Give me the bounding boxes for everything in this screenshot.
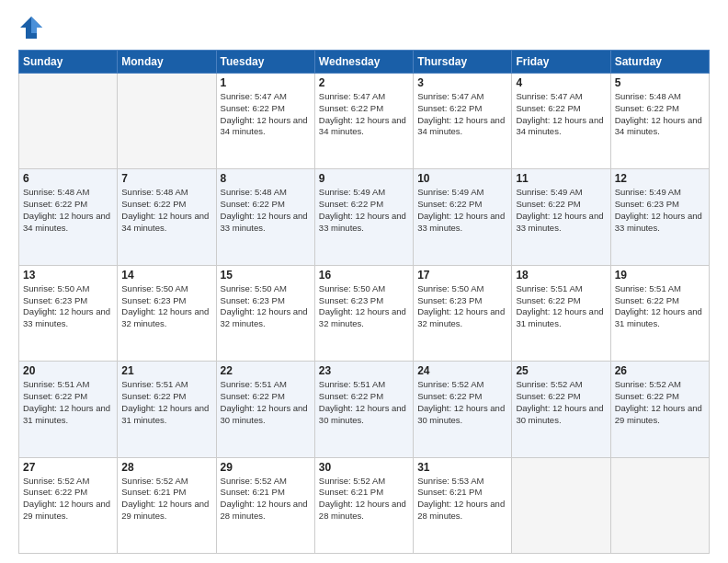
calendar-cell: 30Sunrise: 5:52 AM Sunset: 6:21 PM Dayli… — [314, 457, 413, 553]
day-info: Sunrise: 5:51 AM Sunset: 6:22 PM Dayligh… — [121, 379, 211, 426]
day-number: 15 — [221, 269, 311, 282]
day-number: 2 — [319, 76, 409, 89]
day-info: Sunrise: 5:51 AM Sunset: 6:22 PM Dayligh… — [615, 283, 705, 330]
day-number: 23 — [319, 364, 409, 377]
calendar-cell: 27Sunrise: 5:52 AM Sunset: 6:22 PM Dayli… — [19, 457, 118, 553]
day-info: Sunrise: 5:50 AM Sunset: 6:23 PM Dayligh… — [121, 283, 211, 330]
calendar-week-1: 1Sunrise: 5:47 AM Sunset: 6:22 PM Daylig… — [19, 74, 710, 169]
day-info: Sunrise: 5:48 AM Sunset: 6:22 PM Dayligh… — [121, 187, 211, 234]
weekday-header-friday: Friday — [512, 51, 610, 74]
calendar-cell: 14Sunrise: 5:50 AM Sunset: 6:23 PM Dayli… — [118, 265, 216, 361]
day-info: Sunrise: 5:48 AM Sunset: 6:22 PM Dayligh… — [23, 187, 113, 234]
day-number: 27 — [23, 461, 113, 474]
day-number: 9 — [319, 172, 409, 185]
day-info: Sunrise: 5:52 AM Sunset: 6:21 PM Dayligh… — [221, 476, 311, 523]
day-number: 21 — [121, 364, 211, 377]
day-info: Sunrise: 5:48 AM Sunset: 6:22 PM Dayligh… — [615, 91, 705, 138]
calendar-cell — [19, 74, 118, 169]
day-number: 10 — [417, 172, 507, 185]
calendar: SundayMondayTuesdayWednesdayThursdayFrid… — [18, 50, 710, 554]
day-number: 30 — [319, 461, 409, 474]
calendar-cell — [512, 457, 610, 553]
day-number: 19 — [615, 269, 705, 282]
calendar-cell: 18Sunrise: 5:51 AM Sunset: 6:22 PM Dayli… — [512, 265, 610, 361]
logo — [18, 15, 48, 40]
weekday-header-saturday: Saturday — [610, 51, 709, 74]
calendar-week-5: 27Sunrise: 5:52 AM Sunset: 6:22 PM Dayli… — [19, 457, 710, 553]
page: SundayMondayTuesdayWednesdayThursdayFrid… — [0, 0, 728, 563]
day-info: Sunrise: 5:52 AM Sunset: 6:21 PM Dayligh… — [319, 476, 409, 523]
day-info: Sunrise: 5:52 AM Sunset: 6:21 PM Dayligh… — [121, 476, 211, 523]
calendar-cell: 20Sunrise: 5:51 AM Sunset: 6:22 PM Dayli… — [19, 362, 118, 457]
calendar-cell: 17Sunrise: 5:50 AM Sunset: 6:23 PM Dayli… — [414, 265, 512, 361]
calendar-cell: 10Sunrise: 5:49 AM Sunset: 6:22 PM Dayli… — [414, 169, 512, 265]
calendar-cell: 26Sunrise: 5:52 AM Sunset: 6:22 PM Dayli… — [610, 362, 709, 457]
day-info: Sunrise: 5:47 AM Sunset: 6:22 PM Dayligh… — [221, 91, 311, 138]
calendar-cell: 15Sunrise: 5:50 AM Sunset: 6:23 PM Dayli… — [216, 265, 314, 361]
day-number: 13 — [23, 269, 113, 282]
day-number: 1 — [221, 76, 311, 89]
day-number: 14 — [121, 269, 211, 282]
calendar-cell: 7Sunrise: 5:48 AM Sunset: 6:22 PM Daylig… — [118, 169, 216, 265]
calendar-cell: 9Sunrise: 5:49 AM Sunset: 6:22 PM Daylig… — [314, 169, 413, 265]
calendar-cell: 5Sunrise: 5:48 AM Sunset: 6:22 PM Daylig… — [610, 74, 709, 169]
weekday-header-row: SundayMondayTuesdayWednesdayThursdayFrid… — [19, 51, 710, 74]
day-info: Sunrise: 5:50 AM Sunset: 6:23 PM Dayligh… — [23, 283, 113, 330]
calendar-cell: 24Sunrise: 5:52 AM Sunset: 6:22 PM Dayli… — [414, 362, 512, 457]
calendar-cell: 23Sunrise: 5:51 AM Sunset: 6:22 PM Dayli… — [314, 362, 413, 457]
weekday-header-tuesday: Tuesday — [216, 51, 314, 74]
day-info: Sunrise: 5:52 AM Sunset: 6:22 PM Dayligh… — [615, 379, 705, 426]
svg-marker-1 — [31, 17, 42, 33]
logo-icon — [18, 15, 44, 40]
calendar-week-2: 6Sunrise: 5:48 AM Sunset: 6:22 PM Daylig… — [19, 169, 710, 265]
calendar-cell: 22Sunrise: 5:51 AM Sunset: 6:22 PM Dayli… — [216, 362, 314, 457]
day-info: Sunrise: 5:49 AM Sunset: 6:22 PM Dayligh… — [319, 187, 409, 234]
calendar-cell: 1Sunrise: 5:47 AM Sunset: 6:22 PM Daylig… — [216, 74, 314, 169]
day-number: 24 — [417, 364, 507, 377]
day-info: Sunrise: 5:49 AM Sunset: 6:22 PM Dayligh… — [516, 187, 606, 234]
weekday-header-monday: Monday — [118, 51, 216, 74]
day-number: 29 — [221, 461, 311, 474]
calendar-cell: 2Sunrise: 5:47 AM Sunset: 6:22 PM Daylig… — [314, 74, 413, 169]
calendar-cell: 13Sunrise: 5:50 AM Sunset: 6:23 PM Dayli… — [19, 265, 118, 361]
day-info: Sunrise: 5:53 AM Sunset: 6:21 PM Dayligh… — [417, 476, 507, 523]
day-info: Sunrise: 5:47 AM Sunset: 6:22 PM Dayligh… — [516, 91, 606, 138]
day-number: 22 — [221, 364, 311, 377]
calendar-cell: 6Sunrise: 5:48 AM Sunset: 6:22 PM Daylig… — [19, 169, 118, 265]
day-info: Sunrise: 5:49 AM Sunset: 6:23 PM Dayligh… — [615, 187, 705, 234]
calendar-cell: 29Sunrise: 5:52 AM Sunset: 6:21 PM Dayli… — [216, 457, 314, 553]
day-info: Sunrise: 5:51 AM Sunset: 6:22 PM Dayligh… — [319, 379, 409, 426]
day-info: Sunrise: 5:49 AM Sunset: 6:22 PM Dayligh… — [417, 187, 507, 234]
weekday-header-wednesday: Wednesday — [314, 51, 413, 74]
day-info: Sunrise: 5:50 AM Sunset: 6:23 PM Dayligh… — [417, 283, 507, 330]
day-number: 16 — [319, 269, 409, 282]
calendar-cell: 16Sunrise: 5:50 AM Sunset: 6:23 PM Dayli… — [314, 265, 413, 361]
calendar-cell: 21Sunrise: 5:51 AM Sunset: 6:22 PM Dayli… — [118, 362, 216, 457]
day-info: Sunrise: 5:51 AM Sunset: 6:22 PM Dayligh… — [23, 379, 113, 426]
day-number: 3 — [417, 76, 507, 89]
day-info: Sunrise: 5:50 AM Sunset: 6:23 PM Dayligh… — [221, 283, 311, 330]
day-number: 4 — [516, 76, 606, 89]
calendar-cell — [610, 457, 709, 553]
calendar-cell: 3Sunrise: 5:47 AM Sunset: 6:22 PM Daylig… — [414, 74, 512, 169]
day-info: Sunrise: 5:47 AM Sunset: 6:22 PM Dayligh… — [319, 91, 409, 138]
day-info: Sunrise: 5:50 AM Sunset: 6:23 PM Dayligh… — [319, 283, 409, 330]
day-info: Sunrise: 5:51 AM Sunset: 6:22 PM Dayligh… — [516, 283, 606, 330]
calendar-week-3: 13Sunrise: 5:50 AM Sunset: 6:23 PM Dayli… — [19, 265, 710, 361]
day-info: Sunrise: 5:52 AM Sunset: 6:22 PM Dayligh… — [417, 379, 507, 426]
day-number: 25 — [516, 364, 606, 377]
day-number: 6 — [23, 172, 113, 185]
weekday-header-thursday: Thursday — [414, 51, 512, 74]
day-number: 7 — [121, 172, 211, 185]
weekday-header-sunday: Sunday — [19, 51, 118, 74]
day-info: Sunrise: 5:51 AM Sunset: 6:22 PM Dayligh… — [221, 379, 311, 426]
day-number: 28 — [121, 461, 211, 474]
day-info: Sunrise: 5:52 AM Sunset: 6:22 PM Dayligh… — [516, 379, 606, 426]
day-number: 18 — [516, 269, 606, 282]
day-number: 17 — [417, 269, 507, 282]
day-info: Sunrise: 5:52 AM Sunset: 6:22 PM Dayligh… — [23, 476, 113, 523]
calendar-cell: 11Sunrise: 5:49 AM Sunset: 6:22 PM Dayli… — [512, 169, 610, 265]
calendar-cell: 25Sunrise: 5:52 AM Sunset: 6:22 PM Dayli… — [512, 362, 610, 457]
calendar-week-4: 20Sunrise: 5:51 AM Sunset: 6:22 PM Dayli… — [19, 362, 710, 457]
day-number: 11 — [516, 172, 606, 185]
